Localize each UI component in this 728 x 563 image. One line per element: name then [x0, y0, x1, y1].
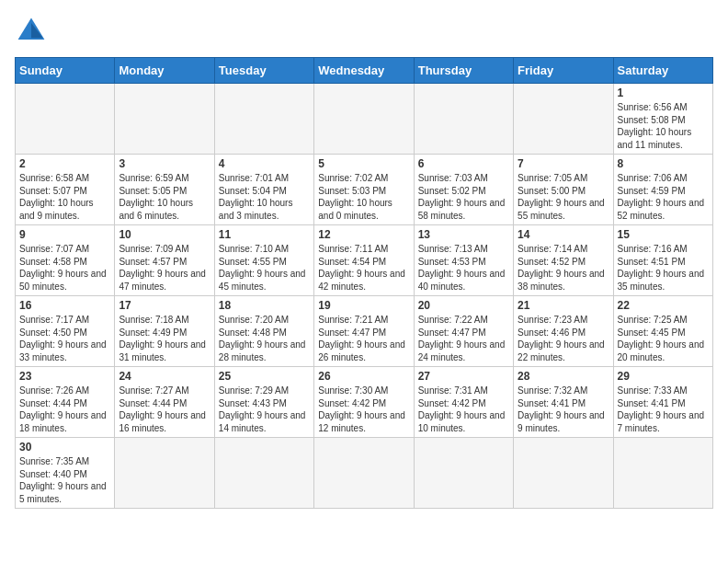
calendar-cell: 16Sunrise: 7:17 AM Sunset: 4:50 PM Dayli… [16, 296, 115, 367]
day-info: Sunrise: 7:06 AM Sunset: 4:59 PM Dayligh… [618, 172, 709, 222]
calendar-cell: 11Sunrise: 7:10 AM Sunset: 4:55 PM Dayli… [214, 225, 313, 296]
day-info: Sunrise: 7:16 AM Sunset: 4:51 PM Dayligh… [618, 243, 709, 293]
day-number: 13 [418, 228, 509, 241]
calendar-cell: 3Sunrise: 6:59 AM Sunset: 5:05 PM Daylig… [115, 155, 214, 225]
day-header-thursday: Thursday [414, 58, 513, 84]
day-number: 18 [219, 299, 310, 312]
calendar-cell: 13Sunrise: 7:13 AM Sunset: 4:53 PM Dayli… [414, 225, 513, 296]
day-number: 26 [318, 370, 409, 383]
day-info: Sunrise: 7:35 AM Sunset: 4:40 PM Dayligh… [19, 455, 110, 505]
calendar-cell: 23Sunrise: 7:26 AM Sunset: 4:44 PM Dayli… [16, 367, 115, 438]
calendar-cell: 24Sunrise: 7:27 AM Sunset: 4:44 PM Dayli… [115, 367, 214, 438]
header [15, 15, 713, 48]
day-header-wednesday: Wednesday [314, 58, 414, 84]
day-info: Sunrise: 7:18 AM Sunset: 4:49 PM Dayligh… [119, 314, 210, 363]
day-number: 7 [518, 157, 609, 170]
calendar-cell [115, 438, 214, 509]
calendar-cell [214, 438, 313, 509]
day-number: 9 [19, 228, 110, 241]
calendar-cell: 29Sunrise: 7:33 AM Sunset: 4:41 PM Dayli… [613, 367, 712, 438]
calendar: SundayMondayTuesdayWednesdayThursdayFrid… [15, 57, 713, 509]
calendar-week-row: 30Sunrise: 7:35 AM Sunset: 4:40 PM Dayli… [16, 438, 713, 509]
day-info: Sunrise: 7:25 AM Sunset: 4:45 PM Dayligh… [618, 314, 709, 363]
calendar-cell [414, 84, 513, 155]
day-number: 27 [418, 370, 509, 383]
day-info: Sunrise: 7:05 AM Sunset: 5:00 PM Dayligh… [518, 172, 609, 222]
day-info: Sunrise: 7:14 AM Sunset: 4:52 PM Dayligh… [518, 243, 609, 293]
day-number: 24 [119, 370, 210, 383]
day-info: Sunrise: 7:11 AM Sunset: 4:54 PM Dayligh… [318, 243, 409, 293]
calendar-week-row: 16Sunrise: 7:17 AM Sunset: 4:50 PM Dayli… [16, 296, 713, 367]
calendar-header-row: SundayMondayTuesdayWednesdayThursdayFrid… [16, 58, 713, 84]
day-info: Sunrise: 7:26 AM Sunset: 4:44 PM Dayligh… [19, 385, 110, 434]
day-info: Sunrise: 7:29 AM Sunset: 4:43 PM Dayligh… [219, 385, 310, 434]
calendar-cell: 6Sunrise: 7:03 AM Sunset: 5:02 PM Daylig… [414, 155, 513, 225]
calendar-cell: 27Sunrise: 7:31 AM Sunset: 4:42 PM Dayli… [414, 367, 513, 438]
day-info: Sunrise: 7:33 AM Sunset: 4:41 PM Dayligh… [618, 385, 709, 434]
calendar-week-row: 9Sunrise: 7:07 AM Sunset: 4:58 PM Daylig… [16, 225, 713, 296]
day-number: 14 [518, 228, 609, 241]
day-number: 21 [518, 299, 609, 312]
day-info: Sunrise: 7:09 AM Sunset: 4:57 PM Dayligh… [119, 243, 210, 293]
calendar-cell: 7Sunrise: 7:05 AM Sunset: 5:00 PM Daylig… [514, 155, 613, 225]
day-number: 25 [219, 370, 310, 383]
calendar-cell: 14Sunrise: 7:14 AM Sunset: 4:52 PM Dayli… [514, 225, 613, 296]
calendar-cell [514, 438, 613, 509]
day-info: Sunrise: 6:56 AM Sunset: 5:08 PM Dayligh… [618, 101, 709, 151]
day-number: 11 [219, 228, 310, 241]
calendar-cell [314, 84, 414, 155]
day-info: Sunrise: 7:27 AM Sunset: 4:44 PM Dayligh… [119, 385, 210, 434]
day-header-monday: Monday [115, 58, 214, 84]
calendar-cell: 20Sunrise: 7:22 AM Sunset: 4:47 PM Dayli… [414, 296, 513, 367]
day-number: 19 [318, 299, 409, 312]
day-number: 29 [618, 370, 709, 383]
calendar-cell: 12Sunrise: 7:11 AM Sunset: 4:54 PM Dayli… [314, 225, 414, 296]
page: SundayMondayTuesdayWednesdayThursdayFrid… [0, 0, 728, 518]
day-info: Sunrise: 7:17 AM Sunset: 4:50 PM Dayligh… [19, 314, 110, 363]
day-number: 17 [119, 299, 210, 312]
calendar-cell: 8Sunrise: 7:06 AM Sunset: 4:59 PM Daylig… [613, 155, 712, 225]
calendar-cell: 2Sunrise: 6:58 AM Sunset: 5:07 PM Daylig… [16, 155, 115, 225]
calendar-cell: 10Sunrise: 7:09 AM Sunset: 4:57 PM Dayli… [115, 225, 214, 296]
calendar-cell: 19Sunrise: 7:21 AM Sunset: 4:47 PM Dayli… [314, 296, 414, 367]
day-number: 8 [618, 157, 709, 170]
day-number: 2 [19, 157, 110, 170]
calendar-cell: 26Sunrise: 7:30 AM Sunset: 4:42 PM Dayli… [314, 367, 414, 438]
calendar-cell: 1Sunrise: 6:56 AM Sunset: 5:08 PM Daylig… [613, 84, 712, 155]
day-number: 23 [19, 370, 110, 383]
day-info: Sunrise: 7:32 AM Sunset: 4:41 PM Dayligh… [518, 385, 609, 434]
calendar-week-row: 23Sunrise: 7:26 AM Sunset: 4:44 PM Dayli… [16, 367, 713, 438]
calendar-cell [314, 438, 414, 509]
day-info: Sunrise: 7:03 AM Sunset: 5:02 PM Dayligh… [418, 172, 509, 222]
day-number: 20 [418, 299, 509, 312]
day-number: 4 [219, 157, 310, 170]
day-info: Sunrise: 7:07 AM Sunset: 4:58 PM Dayligh… [19, 243, 110, 293]
calendar-cell [414, 438, 513, 509]
day-info: Sunrise: 7:13 AM Sunset: 4:53 PM Dayligh… [418, 243, 509, 293]
day-info: Sunrise: 7:01 AM Sunset: 5:04 PM Dayligh… [219, 172, 310, 222]
calendar-cell [16, 84, 115, 155]
day-info: Sunrise: 7:31 AM Sunset: 4:42 PM Dayligh… [418, 385, 509, 434]
calendar-cell: 4Sunrise: 7:01 AM Sunset: 5:04 PM Daylig… [214, 155, 313, 225]
calendar-cell [115, 84, 214, 155]
day-number: 15 [618, 228, 709, 241]
calendar-week-row: 1Sunrise: 6:56 AM Sunset: 5:08 PM Daylig… [16, 84, 713, 155]
day-header-saturday: Saturday [613, 58, 712, 84]
day-number: 28 [518, 370, 609, 383]
calendar-cell: 9Sunrise: 7:07 AM Sunset: 4:58 PM Daylig… [16, 225, 115, 296]
day-number: 30 [19, 441, 110, 454]
day-header-tuesday: Tuesday [214, 58, 313, 84]
day-header-sunday: Sunday [16, 58, 115, 84]
calendar-cell: 17Sunrise: 7:18 AM Sunset: 4:49 PM Dayli… [115, 296, 214, 367]
day-number: 3 [119, 157, 210, 170]
calendar-cell: 22Sunrise: 7:25 AM Sunset: 4:45 PM Dayli… [613, 296, 712, 367]
calendar-cell [613, 438, 712, 509]
calendar-cell: 21Sunrise: 7:23 AM Sunset: 4:46 PM Dayli… [514, 296, 613, 367]
day-number: 10 [119, 228, 210, 241]
day-number: 16 [19, 299, 110, 312]
day-info: Sunrise: 7:21 AM Sunset: 4:47 PM Dayligh… [318, 314, 409, 363]
logo [15, 15, 51, 48]
day-info: Sunrise: 7:10 AM Sunset: 4:55 PM Dayligh… [219, 243, 310, 293]
day-number: 1 [618, 86, 709, 99]
day-info: Sunrise: 7:22 AM Sunset: 4:47 PM Dayligh… [418, 314, 509, 363]
